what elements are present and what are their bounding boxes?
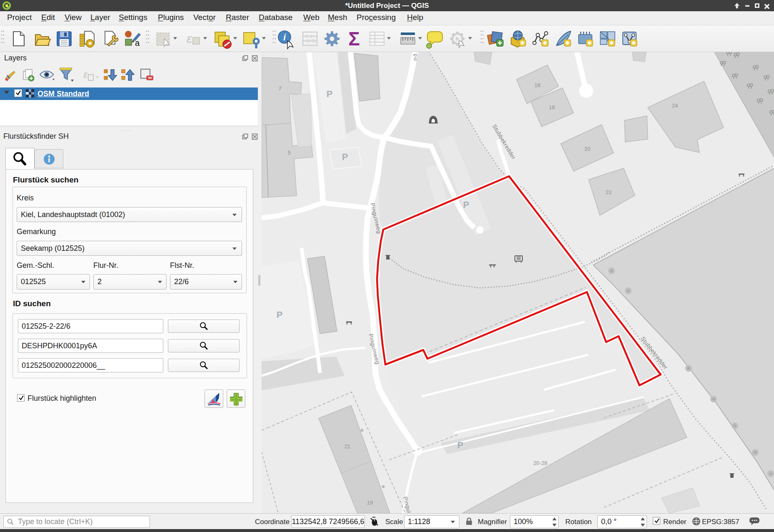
svg-text:i: i: [283, 32, 286, 42]
svg-text:P: P: [342, 152, 348, 162]
svg-text:21: 21: [345, 443, 350, 450]
svg-text:P: P: [463, 200, 469, 210]
svg-text:Σ: Σ: [348, 28, 360, 50]
svg-text:ε: ε: [83, 69, 88, 80]
svg-text:22: 22: [606, 189, 612, 195]
svg-text:20: 20: [584, 146, 590, 152]
svg-text:ε: ε: [187, 32, 192, 45]
svg-text:7: 7: [278, 85, 281, 92]
svg-text:19: 19: [367, 500, 373, 506]
svg-text:18: 18: [549, 104, 555, 110]
svg-text:16: 16: [534, 82, 540, 88]
svg-text:a: a: [135, 38, 140, 47]
svg-text:24: 24: [672, 102, 678, 109]
svg-text:P: P: [327, 89, 333, 99]
svg-text:20·28: 20·28: [533, 460, 547, 466]
svg-text:P: P: [277, 310, 283, 320]
svg-text:5: 5: [287, 150, 290, 156]
svg-text:P: P: [457, 440, 464, 450]
